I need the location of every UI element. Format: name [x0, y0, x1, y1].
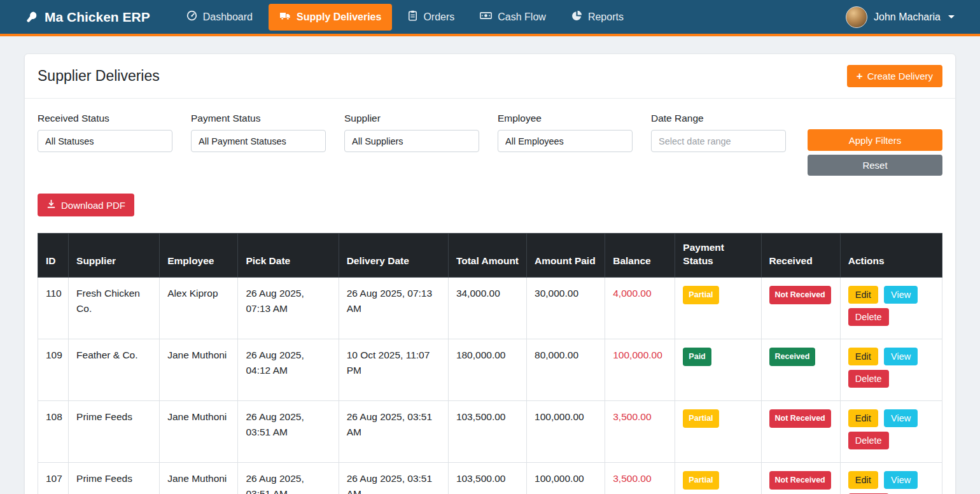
cell-payment-status: Paid — [675, 339, 761, 400]
received-badge: Not Received — [769, 471, 831, 490]
nav-label: Supply Deliveries — [297, 11, 381, 23]
cell-pick-date: 26 Aug 2025, 07:13 AM — [238, 277, 339, 339]
user-name: John Macharia — [874, 11, 941, 23]
filter-employee: Employee All Employees — [498, 113, 633, 176]
edit-button[interactable]: Edit — [848, 409, 878, 427]
download-pdf-button[interactable]: Download PDF — [38, 194, 134, 216]
date-range-input[interactable] — [651, 130, 786, 152]
cell-amount-paid: 30,000.00 — [527, 277, 605, 339]
employee-select[interactable]: All Employees — [498, 130, 633, 152]
cell-id: 107 — [38, 462, 69, 494]
table-wrap: ID Supplier Employee Pick Date Delivery … — [25, 233, 955, 494]
filter-received-status: Received Status All Statuses — [38, 113, 172, 176]
delete-button[interactable]: Delete — [848, 370, 889, 388]
avatar — [846, 6, 867, 28]
brand-label: Ma Chicken ERP — [45, 10, 150, 25]
cell-balance: 4,000.00 — [605, 277, 675, 339]
table-row: 107 Prime Feeds Jane Muthoni 26 Aug 2025… — [38, 462, 942, 494]
view-button[interactable]: View — [884, 286, 918, 304]
download-icon — [46, 199, 56, 211]
user-menu[interactable]: John Macharia — [846, 6, 955, 28]
table-row: 110 Fresh Chicken Co. Alex Kiprop 26 Aug… — [38, 277, 942, 339]
payment-status-select[interactable]: All Payment Statuses — [191, 130, 326, 152]
cell-received: Not Received — [761, 277, 840, 339]
page-title: Supplier Deliveries — [38, 67, 160, 85]
apply-filters-button[interactable]: Apply Filters — [808, 129, 942, 151]
view-button[interactable]: View — [884, 409, 918, 427]
received-badge: Received — [769, 348, 816, 366]
card-header: Supplier Deliveries + Create Delivery — [25, 54, 955, 99]
cell-actions: Edit View Delete — [840, 277, 942, 339]
nav-label: Cash Flow — [498, 11, 546, 23]
brand[interactable]: Ma Chicken ERP — [25, 10, 150, 25]
cell-actions: Edit View Delete — [840, 400, 942, 462]
cell-supplier: Fresh Chicken Co. — [69, 277, 160, 339]
supplier-deliveries-card: Supplier Deliveries + Create Delivery Re… — [24, 53, 956, 494]
view-button[interactable]: View — [884, 471, 918, 489]
edit-button[interactable]: Edit — [848, 348, 878, 365]
filter-date-range: Date Range — [651, 113, 786, 176]
col-employee: Employee — [160, 234, 238, 278]
filter-buttons: Apply Filters Reset — [808, 113, 942, 176]
col-pick-date: Pick Date — [238, 234, 339, 278]
payment-status-badge: Partial — [683, 409, 718, 428]
create-delivery-button[interactable]: + Create Delivery — [847, 65, 942, 87]
delete-button[interactable]: Delete — [848, 432, 889, 449]
cell-delivery-date: 26 Aug 2025, 07:13 AM — [339, 277, 448, 339]
nav-item-supply-deliveries[interactable]: Supply Deliveries — [269, 4, 392, 31]
col-id: ID — [38, 234, 69, 278]
received-badge: Not Received — [769, 286, 831, 304]
plus-icon: + — [857, 71, 863, 81]
download-row: Download PDF — [25, 191, 955, 233]
reset-button[interactable]: Reset — [808, 155, 942, 176]
cell-amount-paid: 80,000.00 — [527, 339, 605, 400]
cell-payment-status: Partial — [675, 462, 761, 494]
received-badge: Not Received — [769, 409, 831, 428]
clipboard-icon — [408, 10, 417, 24]
received-status-select[interactable]: All Statuses — [38, 130, 172, 152]
cell-pick-date: 26 Aug 2025, 04:12 AM — [238, 339, 339, 400]
cell-supplier: Prime Feeds — [69, 462, 160, 494]
cell-id: 108 — [38, 400, 69, 462]
table-row: 109 Feather & Co. Jane Muthoni 26 Aug 20… — [38, 339, 942, 400]
view-button[interactable]: View — [884, 348, 918, 365]
money-icon — [480, 11, 492, 23]
cell-delivery-date: 26 Aug 2025, 03:51 AM — [339, 400, 448, 462]
cell-actions: Edit View Delete — [840, 462, 942, 494]
cell-received: Not Received — [761, 462, 840, 494]
filters-bar: Received Status All Statuses Payment Sta… — [25, 99, 955, 191]
cell-received: Received — [761, 339, 840, 400]
table-row: 108 Prime Feeds Jane Muthoni 26 Aug 2025… — [38, 400, 942, 462]
edit-button[interactable]: Edit — [848, 471, 878, 489]
truck-icon — [279, 11, 291, 24]
cell-amount-paid: 100,000.00 — [527, 462, 605, 494]
col-total-amount: Total Amount — [448, 234, 526, 278]
nav-item-reports[interactable]: Reports — [562, 4, 633, 30]
create-delivery-label: Create Delivery — [867, 71, 933, 81]
cell-balance: 3,500.00 — [605, 400, 675, 462]
cell-employee: Jane Muthoni — [160, 400, 238, 462]
cell-total-amount: 103,500.00 — [448, 400, 526, 462]
col-balance: Balance — [605, 234, 675, 278]
cell-pick-date: 26 Aug 2025, 03:51 AM — [238, 462, 339, 494]
filter-label: Date Range — [651, 113, 786, 124]
nav-item-orders[interactable]: Orders — [398, 4, 464, 30]
navbar: Ma Chicken ERP Dashboard Supply Deliveri… — [0, 0, 980, 36]
nav-item-dashboard[interactable]: Dashboard — [177, 4, 262, 30]
filter-label: Received Status — [38, 113, 172, 124]
cell-supplier: Prime Feeds — [69, 400, 160, 462]
cell-payment-status: Partial — [675, 277, 761, 339]
col-payment-status: Payment Status — [675, 234, 761, 278]
cell-delivery-date: 26 Aug 2025, 03:51 AM — [339, 462, 448, 494]
cell-received: Not Received — [761, 400, 840, 462]
delete-button[interactable]: Delete — [848, 308, 889, 326]
filter-label: Supplier — [344, 113, 479, 124]
cell-supplier: Feather & Co. — [69, 339, 160, 400]
cell-total-amount: 180,000.00 — [448, 339, 526, 400]
cell-total-amount: 103,500.00 — [448, 462, 526, 494]
nav-item-cash-flow[interactable]: Cash Flow — [470, 4, 556, 29]
filter-label: Payment Status — [191, 113, 326, 124]
edit-button[interactable]: Edit — [848, 286, 878, 304]
supplier-select[interactable]: All Suppliers — [344, 130, 479, 152]
col-amount-paid: Amount Paid — [527, 234, 605, 278]
